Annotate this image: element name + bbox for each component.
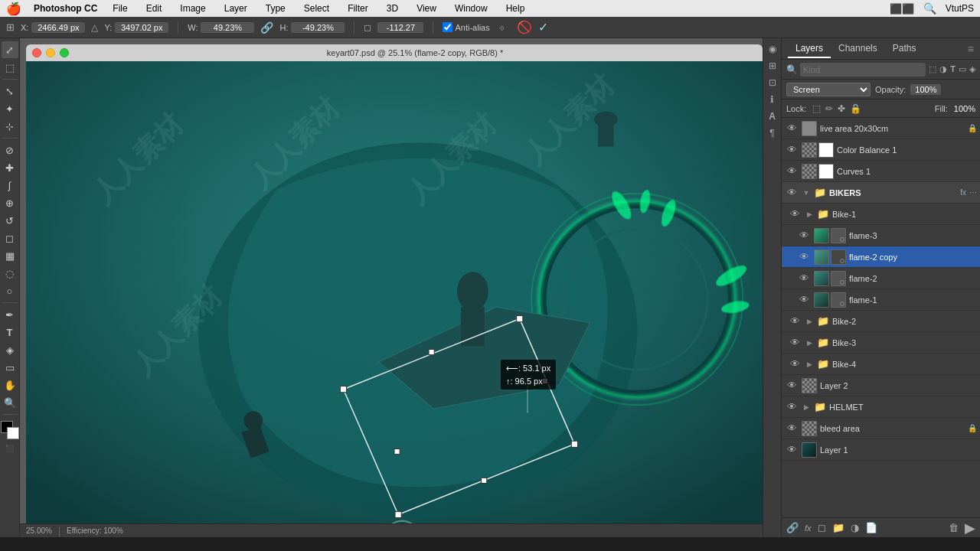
group-expand-toggle[interactable]: ▶: [805, 338, 814, 347]
layer-visibility-toggle[interactable]: 👁: [785, 143, 799, 157]
new-group-icon[interactable]: 📁: [832, 522, 844, 533]
menu-view[interactable]: View: [413, 2, 439, 15]
layer-visibility-toggle[interactable]: 👁: [785, 379, 799, 393]
window-maximize-button[interactable]: [60, 48, 69, 57]
quick-select-tool[interactable]: ✦: [2, 100, 18, 117]
add-mask-icon[interactable]: ◻: [818, 522, 826, 533]
brush-tool[interactable]: ∫: [2, 177, 18, 194]
layer-visibility-toggle[interactable]: 👁: [788, 336, 802, 350]
layers-search-input[interactable]: [800, 63, 926, 77]
layer-visibility-toggle[interactable]: 👁: [797, 293, 811, 307]
layer-visibility-toggle[interactable]: 👁: [797, 229, 811, 243]
layer-visibility-toggle[interactable]: 👁: [785, 400, 799, 414]
cancel-transform-button[interactable]: 🚫: [517, 20, 532, 34]
h-value[interactable]: -49.23%: [291, 22, 345, 33]
layer-visibility-toggle[interactable]: 👁: [785, 422, 799, 435]
new-adjustment-icon[interactable]: ◑: [851, 522, 859, 533]
fill-value[interactable]: 100%: [954, 104, 975, 113]
eraser-tool[interactable]: ◻: [2, 230, 18, 246]
confirm-transform-button[interactable]: ✓: [538, 20, 548, 34]
x-value[interactable]: 2466.49 px: [31, 22, 85, 33]
anti-alias-checkbox[interactable]: [443, 22, 452, 32]
lock-pixels-icon[interactable]: ✏: [825, 103, 833, 114]
layer-visibility-toggle[interactable]: 👁: [785, 165, 799, 178]
link-layers-icon[interactable]: 🔗: [786, 522, 799, 533]
filter-type-icon[interactable]: T: [950, 64, 956, 74]
paragraph-icon[interactable]: ¶: [765, 126, 780, 141]
eyedropper-tool[interactable]: ⊘: [2, 142, 18, 158]
screen-mode-btn[interactable]: ⬛: [5, 445, 14, 452]
crop-tool[interactable]: ⊹: [2, 118, 18, 135]
warp-icon[interactable]: ⟐: [499, 22, 505, 33]
menu-select[interactable]: Select: [301, 2, 332, 15]
layer-item[interactable]: 👁 flame-2: [782, 268, 980, 289]
tab-paths[interactable]: Paths: [885, 40, 924, 58]
path-selection-tool[interactable]: ◈: [2, 341, 18, 358]
filter-pixel-icon[interactable]: ⬚: [929, 64, 936, 74]
layer-visibility-toggle[interactable]: 👁: [788, 357, 802, 371]
add-style-icon[interactable]: fx: [805, 523, 812, 533]
background-color[interactable]: [7, 427, 19, 439]
layer-group-item[interactable]: 👁 ▶ 📁 Bike-2: [782, 311, 980, 332]
shape-tool[interactable]: ▭: [2, 359, 18, 376]
menu-layer[interactable]: Layer: [221, 2, 250, 15]
search-icon[interactable]: 🔍: [923, 2, 936, 15]
layer-visibility-toggle[interactable]: 👁: [785, 186, 799, 200]
history-brush[interactable]: ↺: [2, 212, 18, 229]
layer-visibility-toggle[interactable]: 👁: [785, 443, 799, 457]
character-icon[interactable]: A: [765, 109, 780, 124]
tab-layers[interactable]: Layers: [788, 40, 831, 58]
filter-smart-icon[interactable]: ◈: [969, 64, 975, 74]
stamp-tool[interactable]: ⊕: [2, 194, 18, 211]
layer-group-item[interactable]: 👁 ▶ 📁 Bike-1: [782, 204, 980, 225]
lock-transparent-icon[interactable]: ⬚: [812, 103, 821, 114]
menu-type[interactable]: Type: [263, 2, 289, 15]
play-button[interactable]: ▶: [965, 520, 975, 536]
group-expand-toggle[interactable]: ▶: [805, 317, 814, 326]
link-icon[interactable]: 🔗: [260, 21, 273, 34]
new-layer-icon[interactable]: 📄: [865, 522, 877, 533]
layer-visibility-toggle[interactable]: 👁: [797, 250, 811, 264]
menu-help[interactable]: Help: [503, 2, 528, 15]
filter-shape-icon[interactable]: ▭: [959, 64, 966, 74]
layer-item[interactable]: 👁 Layer 1: [782, 439, 980, 461]
panel-close-button[interactable]: ≡: [968, 43, 974, 55]
apple-menu[interactable]: 🍎: [6, 2, 21, 16]
layer-visibility-toggle[interactable]: 👁: [788, 207, 802, 221]
gradient-tool[interactable]: ▦: [2, 247, 18, 264]
menu-filter[interactable]: Filter: [345, 2, 371, 15]
layer-group-item[interactable]: 👁 ▶ 📁 HELMET: [782, 396, 980, 418]
delete-layer-icon[interactable]: 🗑: [949, 522, 959, 533]
group-expand-toggle[interactable]: ▼: [802, 188, 811, 197]
tab-channels[interactable]: Channels: [831, 40, 885, 58]
layer-item[interactable]: 👁 flame-1: [782, 289, 980, 311]
layer-item[interactable]: 👁 flame-2 copy: [782, 246, 980, 268]
angle-value[interactable]: -112.27: [377, 22, 423, 33]
menu-3d[interactable]: 3D: [384, 2, 401, 15]
menu-window[interactable]: Window: [452, 2, 491, 15]
opacity-value[interactable]: 100%: [910, 84, 941, 95]
layer-group-item[interactable]: 👁 ▶ 📁 Bike-4: [782, 354, 980, 375]
window-close-button[interactable]: [32, 48, 41, 57]
layer-item[interactable]: 👁 Color Balance 1: [782, 139, 980, 161]
menu-edit[interactable]: Edit: [143, 2, 165, 15]
marquee-tool[interactable]: ⬚: [2, 59, 18, 76]
w-value[interactable]: 49.23%: [201, 22, 254, 33]
filter-adj-icon[interactable]: ◑: [939, 64, 947, 74]
move-tool[interactable]: ⤢: [2, 41, 18, 58]
type-tool[interactable]: T: [2, 324, 18, 341]
layer-item[interactable]: 👁 bleed area 🔒: [782, 418, 980, 439]
zoom-tool[interactable]: 🔍: [2, 394, 18, 411]
window-minimize-button[interactable]: [46, 48, 55, 57]
group-expand-toggle[interactable]: ▶: [805, 360, 814, 369]
lock-all-icon[interactable]: 🔒: [850, 103, 861, 114]
layer-visibility-toggle[interactable]: 👁: [785, 122, 799, 135]
layer-item[interactable]: 👁 Layer 2: [782, 375, 980, 396]
color-picker-icon[interactable]: ◉: [765, 41, 780, 57]
lock-position-icon[interactable]: ✤: [838, 103, 845, 114]
dodge-tool[interactable]: ○: [2, 282, 18, 299]
healing-tool[interactable]: ✚: [2, 159, 18, 176]
hand-tool[interactable]: ✋: [2, 377, 18, 393]
layer-item[interactable]: 👁 live area 20x30cm 🔒: [782, 118, 980, 139]
group-expand-toggle[interactable]: ▶: [805, 210, 814, 219]
